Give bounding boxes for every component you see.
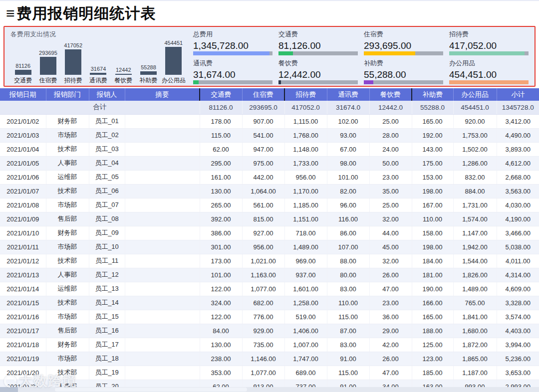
- cell-dining: 32.00: [369, 254, 412, 268]
- cell-dept: 市场部: [46, 198, 89, 212]
- cell-dining: 29.00: [369, 324, 412, 338]
- card-label: 餐饮费: [278, 59, 358, 68]
- chart-bars: 81126交通费293695住宿费417052招待费31674通讯费12442餐…: [10, 39, 186, 85]
- cell-office: 1,489.00: [453, 282, 497, 296]
- card-progress-fill: [278, 51, 293, 55]
- cell-summary: [125, 268, 200, 282]
- cell-date: 2021/01/14: [0, 282, 46, 296]
- cell-lodging: 1,077.00: [242, 282, 284, 296]
- cell-office: 832.00: [453, 170, 497, 184]
- cell-dept: 财务部: [46, 338, 89, 352]
- cell-transport: 238.00: [200, 352, 242, 366]
- cell-dept: 运维部: [46, 170, 89, 184]
- cell-office: 765.00: [453, 296, 497, 310]
- cell-transport: 62.00: [200, 142, 242, 156]
- cell-person: 员工_03: [89, 142, 125, 156]
- cell-transport: 130.00: [200, 184, 242, 198]
- cell-transport: 386.00: [200, 226, 242, 240]
- card-label: 办公用品: [449, 59, 529, 68]
- menu-icon[interactable]: ≡: [6, 6, 15, 21]
- bar: [140, 71, 157, 75]
- cell-dining: 23.00: [369, 170, 412, 184]
- cell-telecom: 116.00: [327, 212, 369, 226]
- chart-bar-group: 12442餐饮费: [111, 67, 136, 85]
- cell-office: 1,942.00: [453, 240, 497, 254]
- bar-value-label: 12442: [116, 67, 131, 73]
- card-label: 通讯费: [193, 59, 272, 68]
- cell-lodging: 776.00: [242, 310, 284, 324]
- cell-entertain: 1,747.00: [284, 352, 327, 366]
- cell-transport: 353.00: [200, 366, 242, 380]
- cell-date: 2021/01/03: [0, 128, 46, 142]
- cell-entertain: 718.00: [284, 226, 327, 240]
- cell-entertain: 1,489.00: [284, 240, 327, 254]
- cell-summary: [125, 296, 200, 310]
- cell-subtotal: 4,030.00: [497, 198, 539, 212]
- card-progress-fill: [449, 80, 529, 84]
- bar-value-label: 417052: [64, 42, 82, 48]
- cell-lodging: 927.00: [242, 226, 284, 240]
- cell-entertain: 1,170.00: [284, 184, 327, 198]
- bar-value-label: 81126: [15, 63, 30, 69]
- cell-dept: 技术部: [46, 184, 89, 198]
- cell-lodging: 561.00: [242, 198, 284, 212]
- expense-bar-chart: 各费用支出情况 81126交通费293695住宿费417052招待费31674通…: [4, 27, 190, 86]
- cell-dept: 人事部: [46, 268, 89, 282]
- card-progress-fill: [193, 51, 270, 55]
- cell-summary: [125, 240, 200, 254]
- cell-summary: [125, 254, 200, 268]
- cell-date: 2021/01/11: [0, 240, 46, 254]
- card-progress-fill: [449, 51, 525, 55]
- cell-telecom: 88.00: [327, 254, 369, 268]
- cell-dept: 市场部: [46, 240, 89, 254]
- table-row: 2021/01/18 财务部 员工_17 130.00 735.00 1,007…: [0, 338, 539, 352]
- bar: [65, 49, 81, 75]
- cell-summary: [125, 142, 200, 156]
- bar: [15, 70, 31, 75]
- cell-dining: 26.00: [369, 268, 412, 282]
- cell-date: 2021/01/16: [0, 310, 46, 324]
- cell-office: 1,147.00: [453, 226, 497, 240]
- cell-dept: 技术部: [46, 254, 89, 268]
- cell-entertain: 1,115.00: [284, 114, 327, 128]
- cell-dining: 50.00: [369, 156, 412, 170]
- cell-telecom: 107.00: [327, 240, 369, 254]
- cell-subsidy: 165.00: [412, 114, 453, 128]
- cell-person: 员工_14: [89, 296, 125, 310]
- cell-person: 员工_08: [89, 212, 125, 226]
- cell-entertain: 1,733.00: [284, 156, 327, 170]
- cell-date: 2021/01/18: [0, 338, 46, 352]
- cell-summary: [125, 198, 200, 212]
- cell-person: 员工_12: [89, 268, 125, 282]
- total-transport: 81126.0: [200, 101, 242, 114]
- scrollbar-thumb[interactable]: [55, 388, 247, 392]
- table-header-row: 报销日期 报销部门 报销人 摘要 交通费 住宿费 招待费 通讯费 餐饮费 补助费…: [0, 88, 539, 101]
- cell-telecom: 67.00: [327, 142, 369, 156]
- cell-subtotal: 3,563.00: [497, 184, 539, 198]
- table-row: 2021/01/10 财务部 员工_09 386.00 927.00 718.0…: [0, 226, 539, 240]
- cell-date: 2021/01/15: [0, 296, 46, 310]
- cell-dining: 42.00: [369, 338, 412, 352]
- cell-dining: 23.00: [369, 296, 412, 310]
- cell-subtotal: 2,668.00: [497, 170, 539, 184]
- cell-dining: 24.00: [369, 142, 412, 156]
- cell-telecom: 115.00: [327, 310, 369, 324]
- cell-subsidy: 166.00: [412, 296, 453, 310]
- header-lodging: 住宿费: [242, 88, 284, 101]
- cell-summary: [125, 212, 200, 226]
- cell-telecom: 87.00: [327, 324, 369, 338]
- cell-subtotal: 4,190.00: [497, 212, 539, 226]
- cell-entertain: 1,258.00: [284, 296, 327, 310]
- cell-summary: [125, 282, 200, 296]
- cell-summary: [125, 114, 200, 128]
- cell-office: 1,187.00: [453, 366, 497, 380]
- card-value: 417,052.00: [449, 40, 529, 51]
- cell-dept: 市场部: [46, 310, 89, 324]
- cell-person: 员工_17: [89, 338, 125, 352]
- chart-bar-group: 81126交通费: [10, 63, 35, 85]
- horizontal-scrollbar[interactable]: [0, 387, 539, 392]
- cell-telecom: 82.00: [327, 184, 369, 198]
- cell-dining: 36.00: [369, 310, 412, 324]
- cell-subsidy: 123.00: [412, 352, 453, 366]
- cell-subsidy: 184.00: [412, 254, 453, 268]
